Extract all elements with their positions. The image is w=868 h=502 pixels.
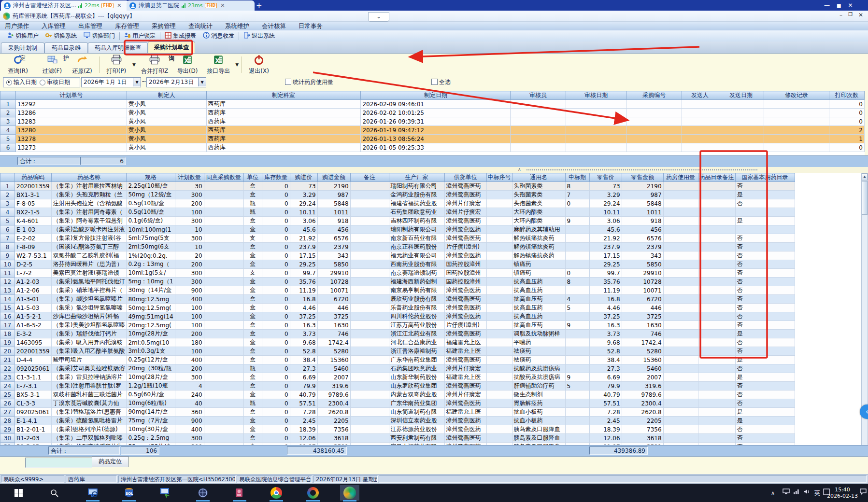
plan-column-header[interactable]: 计划单号 <box>15 91 127 100</box>
drug-row[interactable]: 29B1-2-01-1（集采)恩格列净片(德源)10mg(30片/盒400盒01… <box>0 425 795 434</box>
detail-column-header[interactable]: 零售金额 <box>622 173 663 182</box>
drug-row[interactable]: 5K-4-601（集采）阿奇霉素干混悬剂0.1g(6袋/盒)300盒03.069… <box>0 217 795 225</box>
detail-column-header[interactable]: 备注 <box>350 173 389 182</box>
plan-column-header[interactable]: 修改记录 <box>764 91 829 100</box>
page-tab-4[interactable]: 采购计划单查询 <box>148 42 195 53</box>
scrollbar-thumb[interactable] <box>862 181 868 215</box>
detail-column-header[interactable]: 同意采购数量 <box>204 173 243 182</box>
browser-tab[interactable]: 漳州古雷港经济开发区...22msFHD✕ <box>1 0 129 11</box>
drug-row[interactable]: 23C1-3-1.1（集采）雷贝拉唑钠肠溶片10mg(28片/盒300盒06.6… <box>0 373 795 382</box>
tab-close-icon[interactable]: ✕ <box>220 2 225 9</box>
browser-tab[interactable]: 漳浦县第二医院23msFHD✕ <box>127 0 255 11</box>
start-button-icon[interactable] <box>9 485 28 501</box>
drug-row[interactable]: 7E-2-02（集采)复方骨肽注射液(谷5ml:75mg(5支300支021.9… <box>0 234 795 243</box>
quick-tool-report[interactable]: 集成报表 <box>161 32 199 40</box>
drug-row[interactable]: 26CL-3-3丁溴东莨菪碱胶囊(莫力仙10mg(6粒/瓶)40瓶057.512… <box>0 399 795 408</box>
browser-close-icon[interactable]: ✕ <box>848 2 853 9</box>
action-过滤F[interactable]: 过滤(F) <box>37 54 67 76</box>
drug-row[interactable]: 21D-4-4羧甲司坦片0.25g(12片/盒400盒038.415360广东华… <box>0 356 795 364</box>
tab-close-icon[interactable]: ✕ <box>117 2 121 9</box>
drug-locate-button[interactable]: 药品定位 <box>92 456 128 467</box>
drug-row[interactable]: 1202001359（集采）注射用哌拉西林钠2.25g(10瓶/盒30盒0732… <box>0 182 795 191</box>
menu-item[interactable]: 采购管理 <box>152 22 176 30</box>
taskbar-app-ring-icon[interactable] <box>303 485 323 501</box>
date-from-dropdown-icon[interactable]: ▼ <box>133 78 141 86</box>
action-还原Z[interactable]: 还原(Z) <box>67 54 97 76</box>
page-tab-1[interactable]: 采购计划制定 <box>1 42 44 53</box>
quick-tool-switch-system[interactable]: 切换系统 <box>42 32 80 40</box>
menu-item[interactable]: 用户操作 <box>5 22 29 30</box>
action-接口导出[interactable]: X接口导出 <box>202 54 234 76</box>
menu-item[interactable]: 会计核算 <box>262 22 286 30</box>
menu-item[interactable]: 入库管理 <box>42 22 66 30</box>
new-tab-button[interactable]: + <box>256 1 262 10</box>
plan-column-header[interactable]: 制定人 <box>127 91 206 100</box>
detail-column-header[interactable]: 中标期 <box>565 173 589 182</box>
input-date-radio[interactable] <box>6 80 12 85</box>
app-close-icon[interactable]: ✕ <box>858 12 863 18</box>
select-all-checkbox[interactable] <box>431 79 438 85</box>
plan-row[interactable]: 513278黄小凤西药库2026-01-13 08:56:241 <box>0 135 865 143</box>
action-打印P[interactable]: 打印(P) <box>101 54 131 76</box>
notification-center-icon[interactable] <box>859 488 867 497</box>
plan-column-header[interactable]: 发送日期 <box>718 91 764 100</box>
detail-column-header[interactable]: 规格 <box>127 173 175 182</box>
app-minimize-icon[interactable]: – <box>840 12 842 18</box>
menu-item[interactable]: 查询统计 <box>188 22 213 30</box>
drug-row[interactable]: 9W2-7-53.1双氯芬酸二乙胺乳胶剂(福1%(20g:0.2g,20盒017… <box>0 251 795 260</box>
plan-row[interactable]: 313283黄小凤西药库2026-01-26 09:39:310 <box>0 117 865 126</box>
taskbar-app-chrome-icon[interactable] <box>267 485 286 501</box>
tray-monitor-icon[interactable] <box>783 488 790 496</box>
drug-row[interactable]: 3F-8-05注射用头孢拉定（含精氨酸0.5g(10瓶/盒200瓶029.245… <box>0 199 795 208</box>
detail-column-header[interactable]: 购进价 <box>290 173 317 182</box>
menu-item[interactable]: 库存管理 <box>115 22 139 30</box>
title-dropdown-button[interactable]: ⌄ <box>368 12 389 22</box>
detail-column-header[interactable]: 单位 <box>243 173 262 182</box>
detail-column-header[interactable]: 药品编码 <box>15 173 52 182</box>
detail-column-header[interactable]: 零售价 <box>589 173 622 182</box>
drug-row[interactable]: 24E-7-3.1（集采)注射用谷胱甘肽(罗1.2g/1瓶(10瓶4盒079.9… <box>0 382 795 390</box>
detail-column-header[interactable]: 中标序号 <box>486 173 512 182</box>
quick-tool-switch-dept[interactable]: 切换部门 <box>80 32 118 40</box>
taskbar-clock[interactable]: 15:40 2026-02-13 <box>827 487 858 499</box>
plan-row[interactable]: 413280黄小凤西药库2026-01-19 09:47:122 <box>0 126 865 135</box>
quick-tool-message[interactable]: 消息收发 <box>199 32 238 40</box>
detail-column-header[interactable]: 购进金额 <box>317 173 350 182</box>
grid-splitter[interactable]: ∧ <box>0 167 868 173</box>
drug-row[interactable]: 18E-3-2（集采）瑞舒伐他汀钙片10mg(28片/盒200盒03.73746… <box>0 330 795 338</box>
menu-item[interactable]: 日常事务 <box>299 22 323 30</box>
splitter-collapse-icon[interactable]: ∧ <box>518 167 521 172</box>
page-tab-2[interactable]: 药品目录维护 <box>44 42 88 53</box>
drug-row[interactable]: 10D-2-5洛芬待因缓释片（思为普）0.2g：13mg（200盒029.255… <box>0 260 795 269</box>
taskbar-search-icon[interactable] <box>44 485 64 501</box>
taskbar-app-sql-icon[interactable]: SQL <box>119 485 139 501</box>
plan-row[interactable]: 213286黄小凤西药库2026-02-02 10:01:250 <box>0 109 865 117</box>
detail-column-header[interactable]: 药品目录备注 <box>698 173 735 182</box>
date-to-dropdown-icon[interactable]: ▼ <box>198 78 206 86</box>
detail-column-header[interactable]: 药品名称 <box>51 173 127 182</box>
menu-item[interactable]: 出库管理 <box>78 22 102 30</box>
quick-tool-exit-system[interactable]: 退出系统 <box>240 32 278 40</box>
detail-column-header[interactable]: 生产厂家 <box>389 173 444 182</box>
detail-column-header[interactable]: 通用名 <box>512 173 565 182</box>
plan-column-header[interactable]: 制定日期 <box>361 91 511 100</box>
drug-row[interactable]: 25BX5-3-1双歧杆菌乳杆菌三联活菌片0.5g(60片/盒240盒040.7… <box>0 390 795 399</box>
drug-row[interactable]: 12A1-2-03（集采)氨氯地平阿托伐他汀5mg：10mg（1300盒035.… <box>0 278 795 286</box>
plan-column-header[interactable]: 审核员 <box>511 91 566 100</box>
plan-column-header[interactable]: 打印次数 <box>829 91 864 100</box>
taskbar-app-compass-icon[interactable] <box>193 485 213 501</box>
audit-date-radio[interactable] <box>40 80 45 85</box>
browser-maximize-icon[interactable]: ■ <box>837 3 841 8</box>
dropdown-arrow-icon[interactable]: ▼ <box>235 62 239 67</box>
quick-tool-user-lock[interactable]: 用户锁定 <box>121 32 159 40</box>
drug-row[interactable]: 20202001359（集采)吸入用乙酰半胱氨酸3ml:0.3g/1支100盒0… <box>0 347 795 356</box>
date-to-picker[interactable]: 2026年 2月13日 ▼ <box>146 77 206 87</box>
drug-row[interactable]: 13A1-2-06（集采）硝苯地平控释片（30mg（14片/盒900盒011.1… <box>0 286 795 295</box>
drug-row[interactable]: 2BX1-3-1（集采）头孢克肟颗粒（兰50mg（12袋/盒300盒03.299… <box>0 191 795 199</box>
drug-row[interactable]: 15A1-5-03（集采）氯沙坦钾氢氯噻嗪50mg:12.5mg(100盒04.… <box>0 304 795 312</box>
plan-row[interactable]: 613273黄小凤西药库2026-01-05 09:25:330 <box>0 143 865 152</box>
detail-column-header[interactable]: 计划数量 <box>175 173 204 182</box>
taskbar-app-pink-icon[interactable] <box>230 485 249 501</box>
action-导出D[interactable]: X导出(D) <box>172 54 202 76</box>
action-合并打印Z[interactable]: 合并打印Z <box>137 54 172 76</box>
